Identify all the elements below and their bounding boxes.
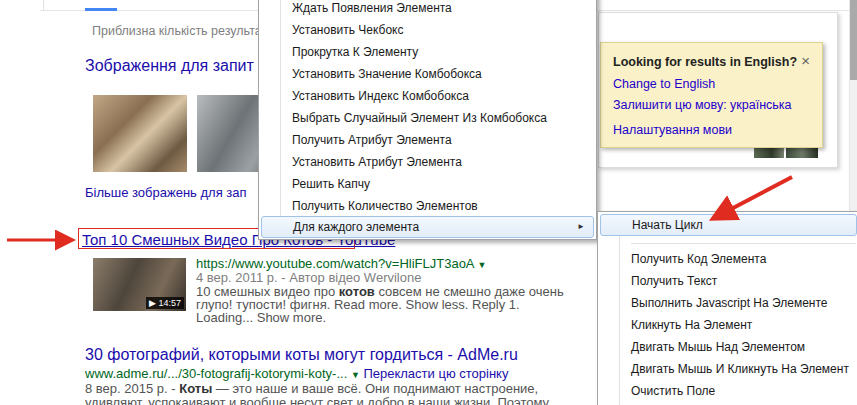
menu-item-solve-captcha[interactable]: Решить Капчу bbox=[261, 173, 594, 195]
menu-item-get-elements-count[interactable]: Получить Количество Элементов bbox=[261, 195, 594, 217]
submenu-item-clear-field[interactable]: Очистить Поле bbox=[600, 380, 857, 402]
scrollbar-thumb[interactable] bbox=[850, 0, 857, 80]
context-menu: Ждать Появления Элемента Установить Чекб… bbox=[258, 0, 597, 240]
play-icon: ▶ bbox=[149, 298, 156, 308]
submenu-arrow-icon: ► bbox=[577, 217, 585, 237]
menu-item-random-combobox[interactable]: Выбрать Случайный Элемент Из Комбобокса bbox=[261, 107, 594, 129]
url-dropdown-icon[interactable]: ▼ bbox=[477, 260, 486, 270]
snippet-text: — это наше и ваше всё. Они поднимают нас… bbox=[212, 381, 538, 396]
video-duration-badge: ▶ 14:57 bbox=[146, 297, 184, 309]
screenshot-canvas: Приблизна кількість результатів Зображен… bbox=[0, 0, 857, 405]
language-notification: Looking for results in English? × Change… bbox=[600, 42, 823, 148]
results-count-text: Приблизна кількість результатів bbox=[92, 24, 277, 38]
adme-snippet-line-2: удивляют, успокаивают и вообще несут све… bbox=[85, 395, 549, 405]
close-icon[interactable]: × bbox=[801, 52, 810, 69]
url-text: https://www.youtube.com/watch?v=HliFLJT3… bbox=[196, 256, 474, 271]
cat-image-thumbnail-1[interactable] bbox=[93, 95, 187, 172]
url-text: www.adme.ru/.../30-fotografij-kotorymi-k… bbox=[85, 366, 347, 381]
change-to-english-link[interactable]: Change to English bbox=[613, 77, 715, 91]
submenu-item-move-and-click[interactable]: Двигать Мышь И Кликнуть На Элемент bbox=[600, 358, 857, 380]
adme-result-url-line: www.adme.ru/.../30-fotografij-kotorymi-k… bbox=[85, 366, 508, 381]
menu-separator bbox=[631, 243, 856, 244]
menu-item-scroll-to-element[interactable]: Прокрутка К Элементу bbox=[261, 41, 594, 63]
more-images-link[interactable]: Більше зображень для зап bbox=[85, 185, 247, 200]
submenu-item-move-mouse-over[interactable]: Двигать Мышь Над Элементом bbox=[600, 336, 857, 358]
menu-item-wait-element[interactable]: Ждать Появления Элемента bbox=[261, 0, 594, 19]
menu-item-set-attribute[interactable]: Установить Атрибут Элемента bbox=[261, 151, 594, 173]
submenu-item-start-loop[interactable]: Начать Цикл bbox=[600, 214, 857, 236]
translate-page-link[interactable]: Перекласти цю сторінку bbox=[363, 366, 508, 381]
menu-item-set-combobox-index[interactable]: Установить Индекс Комбобокса bbox=[261, 85, 594, 107]
menu-item-set-checkbox[interactable]: Установить Чекбокс bbox=[261, 19, 594, 41]
images-for-query-link[interactable]: Зображення для запит bbox=[85, 57, 254, 75]
video-snippet-line-3: Loading... Show more. bbox=[196, 310, 326, 325]
snippet-bold-term: Коты bbox=[179, 381, 212, 396]
image-sliver-1 bbox=[754, 148, 784, 158]
active-tab-indicator bbox=[85, 8, 117, 11]
video-duration: 14:57 bbox=[158, 298, 181, 308]
video-result-meta: 4 вер. 2011 р. - Автор відео Wervilone bbox=[196, 270, 421, 285]
video-result-url: https://www.youtube.com/watch?v=HliFLJT3… bbox=[196, 256, 486, 271]
image-sliver-2 bbox=[786, 148, 818, 158]
toolbar-edge-line bbox=[43, 0, 44, 10]
context-submenu: Начать Цикл Получить Код Элемента Получи… bbox=[597, 211, 857, 405]
video-thumbnail[interactable]: ▶ 14:57 bbox=[93, 258, 186, 311]
url-dropdown-icon[interactable]: ▼ bbox=[351, 370, 360, 380]
snippet-text: 8 вер. 2015 р. - bbox=[85, 381, 179, 396]
menu-item-label: Для каждого элемента bbox=[293, 220, 419, 234]
submenu-item-run-javascript[interactable]: Выполнить Javascript На Элементе bbox=[600, 292, 857, 314]
submenu-item-get-text[interactable]: Получить Текст bbox=[600, 270, 857, 292]
menu-item-set-combobox-value[interactable]: Установить Значение Комбобокса bbox=[261, 63, 594, 85]
menu-item-for-each-element[interactable]: Для каждого элемента ► bbox=[261, 216, 594, 238]
notification-title: Looking for results in English? bbox=[613, 55, 797, 69]
menu-item-get-attribute[interactable]: Получить Атрибут Элемента bbox=[261, 129, 594, 151]
submenu-item-get-element-code[interactable]: Получить Код Элемента bbox=[600, 248, 857, 270]
adme-result-title-link[interactable]: 30 фотографий, которыми коты могут горди… bbox=[85, 346, 518, 364]
adme-snippet-line-1: 8 вер. 2015 р. - Коты — это наше и ваше … bbox=[85, 381, 538, 396]
submenu-item-click-element[interactable]: Кликнуть На Элемент bbox=[600, 314, 857, 336]
language-settings-link[interactable]: Налаштування мови bbox=[613, 123, 732, 137]
keep-language-link[interactable]: Залишити цю мову: українська bbox=[613, 98, 792, 112]
